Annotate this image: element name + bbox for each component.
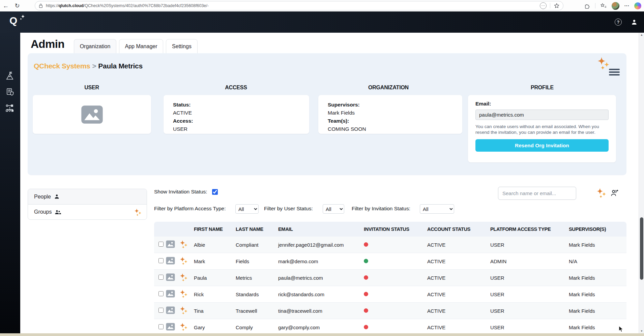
- invitation-status-dot: [364, 308, 368, 313]
- row-checkbox[interactable]: [158, 291, 164, 296]
- image-placeholder-icon: [166, 323, 175, 331]
- scrollbar-thumb[interactable]: [640, 217, 643, 280]
- invitation-status-dot: [364, 292, 368, 296]
- ai-sparkles-icon[interactable]: [179, 273, 188, 282]
- cell-platform-access: USER: [490, 325, 569, 330]
- app-sidebar: ⚙: [0, 33, 20, 336]
- cell-last-name: Metrics: [236, 275, 278, 281]
- cell-supervisors: Mark Fields: [569, 308, 626, 314]
- address-bar[interactable]: https://qlutch.cloud/QCheck%20Systems/40…: [35, 1, 563, 10]
- cell-platform-access: USER: [490, 292, 569, 297]
- app-header: Q ?: [0, 11, 644, 33]
- panel-menu-icon[interactable]: [609, 69, 620, 77]
- breadcrumb-org-link[interactable]: QCheck Systems: [34, 62, 90, 70]
- browser-reload-icon[interactable]: ↻: [11, 2, 23, 9]
- taskbar-edge: [0, 333, 644, 336]
- access-status-value: ACTIVE: [173, 109, 300, 117]
- search-input[interactable]: [498, 187, 576, 200]
- teams-label: Team(s):: [328, 117, 453, 125]
- show-invitation-checkbox[interactable]: [212, 189, 218, 195]
- qlutch-logo[interactable]: Q: [9, 15, 17, 26]
- ai-sparkles-icon[interactable]: [597, 57, 610, 70]
- image-placeholder-icon: [166, 290, 175, 298]
- col-email: EMAIL: [278, 226, 364, 232]
- cell-platform-access: USER: [490, 242, 569, 248]
- add-user-icon[interactable]: [610, 189, 619, 197]
- section-title-access: ACCESS: [206, 85, 266, 91]
- cell-email: rick@standards.com: [278, 292, 364, 297]
- tab-organization[interactable]: Organization: [74, 39, 116, 54]
- access-type-value: USER: [173, 125, 300, 133]
- nav-item-people[interactable]: People: [28, 189, 147, 204]
- row-checkbox[interactable]: [158, 324, 164, 329]
- browser-menu-icon[interactable]: ⋯: [624, 3, 630, 9]
- email-helper-text: You can create users without an email as…: [475, 124, 611, 135]
- table-row[interactable]: Mark Fields mark@demo.com ACTIVE ADMIN N…: [154, 253, 626, 270]
- breadcrumb: QCheck Systems>Paula Metrics: [34, 62, 143, 70]
- table-row[interactable]: Albie Compliant jennifer.page012@gmail.c…: [154, 237, 626, 253]
- invitation-status-dot: [364, 325, 368, 329]
- browser-toolbar: ← ↻ https://qlutch.cloud/QCheck%20System…: [0, 0, 644, 11]
- organization-card: Supervisors: Mark Fields Team(s): COMING…: [318, 95, 462, 134]
- table-row[interactable]: Rick Standards rick@standards.com ACTIVE…: [154, 286, 626, 303]
- extensions-puzzle-icon[interactable]: [584, 3, 590, 9]
- ai-sparkles-icon[interactable]: [596, 188, 607, 198]
- row-checkbox[interactable]: [158, 275, 164, 280]
- bookmark-star-icon[interactable]: [554, 3, 560, 9]
- cell-last-name: Standards: [236, 292, 278, 297]
- col-supervisors: SUPERVISOR(S): [569, 226, 626, 232]
- cell-last-name: Compliant: [236, 242, 278, 248]
- browser-profile-avatar[interactable]: [612, 2, 619, 10]
- user-photo-card: [33, 95, 151, 134]
- ai-sparkles-icon[interactable]: [179, 306, 188, 315]
- access-card: Status: ACTIVE Access: USER: [164, 95, 309, 134]
- cell-first-name: Gary: [194, 325, 236, 330]
- copilot-icon[interactable]: [634, 2, 641, 9]
- image-placeholder-icon: [166, 240, 175, 248]
- resend-org-invitation-button[interactable]: Resend Org Invitation: [475, 139, 609, 152]
- cell-platform-access: ADMIN: [490, 258, 569, 264]
- table-header-row: FIRST NAME LAST NAME EMAIL INVITATION ST…: [154, 222, 626, 237]
- tab-settings[interactable]: Settings: [166, 39, 198, 54]
- filter-invitation-status-select[interactable]: All: [420, 204, 454, 214]
- supervisors-value: Mark Fields: [328, 109, 453, 117]
- scroll-down-icon: ▼: [639, 330, 644, 333]
- ai-sparkles-icon[interactable]: [179, 256, 188, 265]
- ai-sparkles-icon[interactable]: [179, 323, 188, 331]
- table-row[interactable]: Tina Tracewell tina@tracewell.com ACTIVE…: [154, 303, 626, 319]
- audit-document-icon[interactable]: [4, 87, 15, 97]
- cell-last-name: Fields: [236, 258, 278, 264]
- row-checkbox[interactable]: [158, 308, 164, 313]
- milestones-icon[interactable]: [4, 70, 15, 81]
- row-checkbox[interactable]: [158, 242, 164, 247]
- email-label: Email:: [475, 101, 609, 107]
- help-icon[interactable]: ?: [615, 19, 622, 26]
- section-title-profile: PROFILE: [512, 85, 573, 91]
- account-icon[interactable]: [631, 19, 638, 26]
- table-row[interactable]: Paula Metrics paula@metrics.com ACTIVE U…: [154, 270, 626, 286]
- filter-platform-access-select[interactable]: All: [235, 204, 259, 214]
- logo-sparkles-icon: [19, 14, 25, 21]
- page-scrollbar[interactable]: ▲ ▼: [639, 33, 644, 336]
- page-actions-icon[interactable]: ⋯: [540, 2, 547, 9]
- workflow-icon[interactable]: [4, 103, 15, 114]
- ai-sparkles-icon[interactable]: [179, 289, 188, 298]
- image-placeholder-icon: [81, 105, 103, 124]
- row-checkbox[interactable]: [158, 258, 164, 263]
- filter-platform-access-label: Filter by Platform Access Type:: [154, 206, 226, 212]
- filter-user-status-label: Filter by User Status:: [264, 206, 313, 212]
- cell-first-name: Tina: [194, 308, 236, 314]
- tab-app-manager[interactable]: App Manager: [119, 39, 163, 54]
- filter-user-status-select[interactable]: All: [323, 204, 344, 214]
- table-body: Albie Compliant jennifer.page012@gmail.c…: [154, 237, 626, 336]
- favorites-bar-icon[interactable]: [600, 3, 607, 9]
- page-title: Admin: [31, 38, 64, 51]
- browser-back-icon[interactable]: ←: [0, 2, 11, 9]
- cell-supervisors: Mark Fields: [569, 275, 626, 281]
- lock-icon: [38, 3, 43, 8]
- email-field[interactable]: [475, 110, 609, 120]
- nav-item-groups[interactable]: Groups: [28, 204, 147, 219]
- col-first-name: FIRST NAME: [194, 226, 236, 232]
- ai-sparkles-icon[interactable]: [179, 240, 188, 249]
- section-title-organization: ORGANIZATION: [351, 85, 426, 91]
